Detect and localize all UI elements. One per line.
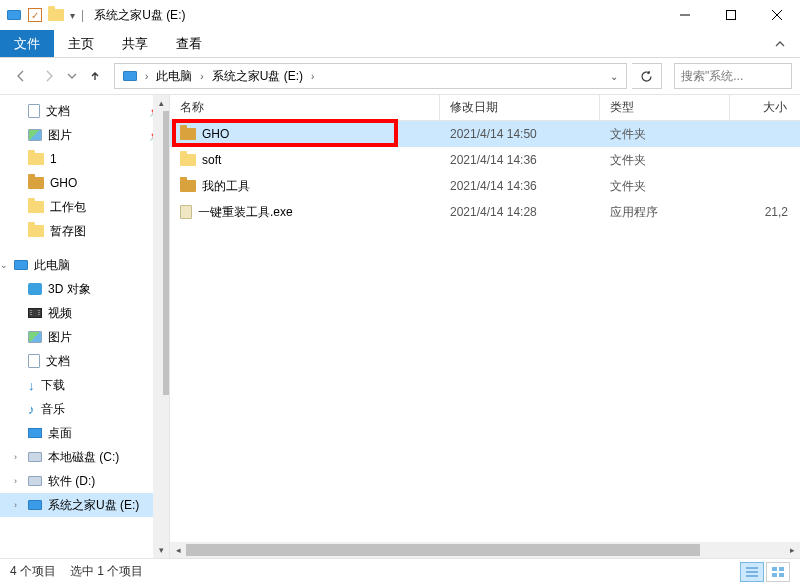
sidebar-item[interactable]: 视频 [0, 301, 169, 325]
breadcrumb-root[interactable]: 此电脑 [152, 64, 196, 88]
chevron-icon[interactable]: › [198, 71, 205, 82]
column-date[interactable]: 修改日期 [440, 95, 600, 120]
sidebar-item[interactable]: 桌面 [0, 421, 169, 445]
expand-icon[interactable]: › [14, 500, 17, 510]
expand-icon[interactable]: ⌄ [0, 260, 8, 270]
content-hscrollbar[interactable]: ◂ ▸ [170, 542, 800, 558]
ribbon-collapse-button[interactable] [760, 30, 800, 57]
file-row[interactable]: GHO2021/4/14 14:50文件夹 [170, 121, 800, 147]
sidebar-item-label: 文档 [46, 353, 70, 370]
sidebar-item[interactable]: 3D 对象 [0, 277, 169, 301]
sidebar-item[interactable]: 图片📌 [0, 123, 169, 147]
scroll-down-button[interactable]: ▾ [153, 542, 169, 558]
view-thumbnails-button[interactable] [766, 562, 790, 582]
sidebar-item-label: 3D 对象 [48, 281, 91, 298]
column-headers: 名称 修改日期 类型 大小 [170, 95, 800, 121]
sidebar-item-label: 桌面 [48, 425, 72, 442]
forward-button[interactable] [36, 63, 62, 89]
sidebar-item-label: 下载 [41, 377, 65, 394]
sidebar-item[interactable]: 文档 [0, 349, 169, 373]
address-bar[interactable]: › 此电脑 › 系统之家U盘 (E:) › ⌄ [114, 63, 627, 89]
scroll-left-button[interactable]: ◂ [170, 542, 186, 558]
file-size [730, 121, 800, 147]
sidebar-item[interactable]: 文档📌 [0, 99, 169, 123]
file-row[interactable]: soft2021/4/14 14:36文件夹 [170, 147, 800, 173]
main-area: 文档📌图片📌1GHO工作包暂存图⌄此电脑3D 对象视频图片文档↓下载♪音乐桌面›… [0, 94, 800, 558]
sidebar-item-label: 暂存图 [50, 223, 86, 240]
sidebar-item[interactable]: ⌄此电脑 [0, 253, 169, 277]
img-icon [28, 129, 42, 141]
back-button[interactable] [8, 63, 34, 89]
sidebar-item[interactable]: ›系统之家U盘 (E:) [0, 493, 169, 517]
file-type: 应用程序 [600, 199, 730, 225]
expand-icon[interactable]: › [14, 452, 17, 462]
recent-locations-button[interactable] [64, 63, 80, 89]
sidebar-item[interactable]: 暂存图 [0, 219, 169, 243]
vid-icon [28, 308, 42, 318]
file-row[interactable]: 我的工具2021/4/14 14:36文件夹 [170, 173, 800, 199]
sidebar-item[interactable]: ›软件 (D:) [0, 469, 169, 493]
file-name: soft [202, 153, 221, 167]
chevron-icon[interactable]: › [309, 71, 316, 82]
navigation-pane: 文档📌图片📌1GHO工作包暂存图⌄此电脑3D 对象视频图片文档↓下载♪音乐桌面›… [0, 95, 170, 558]
minimize-button[interactable] [662, 0, 708, 30]
sidebar-item-label: 文档 [46, 103, 70, 120]
sidebar-scrollbar[interactable]: ▴ ▾ [153, 95, 169, 558]
file-date: 2021/4/14 14:50 [440, 121, 600, 147]
ribbon: 文件 主页 共享 查看 [0, 30, 800, 58]
scroll-right-button[interactable]: ▸ [784, 542, 800, 558]
file-date: 2021/4/14 14:28 [440, 199, 600, 225]
file-row[interactable]: 一键重装工具.exe2021/4/14 14:28应用程序21,2 [170, 199, 800, 225]
folder-icon [28, 225, 44, 237]
disk-icon [28, 452, 42, 462]
file-type: 文件夹 [600, 121, 730, 147]
exe-icon [180, 205, 192, 219]
refresh-button[interactable] [632, 63, 662, 89]
file-type: 文件夹 [600, 173, 730, 199]
address-dropdown[interactable]: ⌄ [608, 71, 622, 82]
chevron-icon[interactable]: › [143, 71, 150, 82]
folder-icon [180, 154, 196, 166]
sidebar-item-label: 图片 [48, 127, 72, 144]
file-size [730, 147, 800, 173]
sidebar-item-label: 视频 [48, 305, 72, 322]
breadcrumb-current[interactable]: 系统之家U盘 (E:) [208, 64, 307, 88]
sidebar-item[interactable]: 工作包 [0, 195, 169, 219]
search-input[interactable]: 搜索"系统... [674, 63, 792, 89]
qat-checkbox-icon[interactable]: ✓ [28, 8, 42, 22]
disk-icon [28, 476, 42, 486]
column-size[interactable]: 大小 [730, 95, 800, 120]
maximize-button[interactable] [708, 0, 754, 30]
column-name[interactable]: 名称 [170, 95, 440, 120]
view-details-button[interactable] [740, 562, 764, 582]
tab-home[interactable]: 主页 [54, 30, 108, 57]
address-root-icon[interactable] [119, 64, 141, 88]
file-date: 2021/4/14 14:36 [440, 147, 600, 173]
tab-file[interactable]: 文件 [0, 30, 54, 57]
scroll-up-button[interactable]: ▴ [153, 95, 169, 111]
svg-rect-8 [779, 567, 784, 571]
close-button[interactable] [754, 0, 800, 30]
up-button[interactable] [82, 63, 108, 89]
pc-icon [14, 260, 28, 270]
sidebar-item[interactable]: GHO [0, 171, 169, 195]
column-type[interactable]: 类型 [600, 95, 730, 120]
expand-icon[interactable]: › [14, 476, 17, 486]
sidebar-item[interactable]: ↓下载 [0, 373, 169, 397]
drive-icon [6, 7, 22, 23]
sidebar-item[interactable]: 图片 [0, 325, 169, 349]
dl-icon: ↓ [28, 378, 35, 393]
sidebar-item[interactable]: 1 [0, 147, 169, 171]
file-date: 2021/4/14 14:36 [440, 173, 600, 199]
sidebar-item[interactable]: ♪音乐 [0, 397, 169, 421]
titlebar: ✓ ▾ | 系统之家U盘 (E:) [0, 0, 800, 30]
img-icon [28, 331, 42, 343]
tab-share[interactable]: 共享 [108, 30, 162, 57]
tab-view[interactable]: 查看 [162, 30, 216, 57]
folder-compressed-icon [28, 177, 44, 189]
qat-folder-icon[interactable] [48, 7, 64, 23]
sidebar-item-label: 音乐 [41, 401, 65, 418]
navbar: › 此电脑 › 系统之家U盘 (E:) › ⌄ 搜索"系统... [0, 58, 800, 94]
sidebar-item-label: 1 [50, 152, 57, 166]
sidebar-item[interactable]: ›本地磁盘 (C:) [0, 445, 169, 469]
